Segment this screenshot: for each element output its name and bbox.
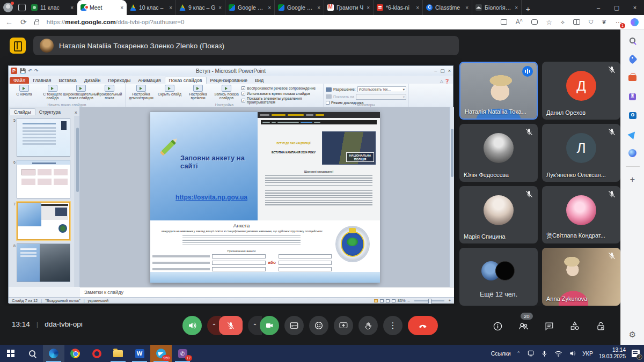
sorter-view-icon[interactable]	[380, 299, 384, 302]
ribbon-checkbox[interactable]: ✓Воспроизвести речевое сопровождение	[241, 86, 321, 90]
chat-icon[interactable]	[543, 320, 555, 332]
form-field[interactable]	[279, 254, 332, 258]
tab-close-icon[interactable]: ×	[416, 5, 419, 11]
form-field[interactable]	[279, 267, 332, 271]
sidebar-search-icon[interactable]	[627, 35, 638, 46]
mic-muted-button[interactable]	[219, 316, 243, 335]
tray-volume-icon[interactable]	[568, 350, 576, 358]
ribbon-button[interactable]: С текущего слайда	[39, 85, 66, 101]
slide-thumbnail-7[interactable]: 7	[11, 202, 75, 240]
video-popout-icon[interactable]	[531, 19, 538, 25]
participant-tile[interactable]: Наталія Nataliia Тока...	[459, 62, 538, 120]
browser-tab[interactable]: Meet×	[77, 0, 127, 15]
ribbon-checkbox[interactable]: ✓Использовать время показа слайдов	[241, 92, 321, 95]
tab-close-icon[interactable]: ×	[367, 5, 370, 11]
resolution-row[interactable]: Разрешение: Использовать тек...▾	[326, 86, 406, 92]
browser-tab[interactable]: 11 клас×	[28, 0, 77, 15]
participant-tile[interactable]: Юлія Федосєєва	[459, 124, 538, 182]
taskbar-opera-icon[interactable]	[86, 345, 107, 362]
taskbar-edge-icon[interactable]	[43, 345, 64, 362]
camera-on-button[interactable]	[260, 316, 279, 335]
ribbon-button[interactable]: Настройка времени	[185, 85, 211, 101]
reactions-button[interactable]	[309, 316, 328, 335]
tab-close-icon[interactable]: ×	[515, 5, 518, 11]
meeting-details-icon[interactable]	[492, 320, 503, 332]
taskbar-search-icon[interactable]	[21, 345, 43, 362]
participant-tile[interactable]: ЛЛук'яненко Олексан...	[542, 124, 620, 182]
browser-tab[interactable]: Грамоти Ч×	[324, 0, 374, 15]
ribbon-button[interactable]: Настройка демонстрации	[128, 85, 155, 101]
activities-icon[interactable]	[569, 320, 581, 332]
ppt-close-icon[interactable]: ×	[448, 68, 451, 73]
window-close-button[interactable]: ×	[626, 0, 644, 15]
slide-link[interactable]: https://osvita.np.gov.ua	[169, 194, 254, 201]
ribbon-tab-2[interactable]: Вставка	[55, 77, 80, 84]
back-icon[interactable]: ←	[5, 18, 13, 26]
participant-tile[interactable]: 贤Світлana Кондрат...	[542, 186, 620, 244]
zoom-in-icon[interactable]: +	[449, 298, 451, 303]
tab-close-icon[interactable]: ×	[169, 5, 172, 11]
window-maximize-button[interactable]: ▢	[608, 0, 626, 15]
split-screen-icon[interactable]	[573, 19, 580, 25]
panel-close-icon[interactable]: ×	[75, 110, 77, 115]
slide-thumbnail-5[interactable]: 5	[11, 118, 75, 157]
sidebar-tools-icon[interactable]	[627, 72, 638, 83]
zoom-out-icon[interactable]: –	[408, 298, 410, 303]
tray-clock[interactable]: 13:1419.03.2025	[599, 347, 626, 360]
browser-tab[interactable]: Біологія і е×	[472, 0, 522, 15]
browser-profile-avatar[interactable]	[3, 3, 13, 12]
new-tab-button[interactable]: +	[522, 2, 535, 15]
sidebar-settings-icon[interactable]: ⚙	[629, 330, 636, 339]
browser-tab[interactable]: *6-klas-ni×	[374, 0, 423, 15]
taskbar-viber-icon[interactable]: ✆17	[172, 345, 193, 362]
tab-close-icon[interactable]: ×	[218, 5, 222, 11]
raise-hand-button[interactable]	[358, 316, 378, 335]
browser-tab[interactable]: Google Me×	[275, 0, 324, 15]
favorites-star-icon[interactable]: ☆	[546, 18, 552, 26]
ribbon-tab-7[interactable]: Рецензирование	[207, 77, 252, 84]
ribbon-tab-6[interactable]: Показ слайдов	[165, 77, 207, 84]
ribbon-tab-3[interactable]: Дизайн	[80, 77, 104, 84]
slides-tab[interactable]: Слайды	[10, 108, 35, 115]
normal-view-icon[interactable]	[374, 299, 378, 302]
present-screen-button[interactable]	[334, 316, 353, 335]
captions-button[interactable]	[284, 316, 304, 335]
lock-icon[interactable]	[34, 21, 39, 25]
sidebar-add-icon[interactable]: +	[630, 175, 635, 184]
tab-close-icon[interactable]: ×	[268, 5, 271, 11]
slide-thumbnail-6[interactable]: 6	[11, 160, 75, 198]
ribbon-button[interactable]: Скрыть слайд	[156, 85, 183, 101]
ribbon-button[interactable]: С начала	[11, 85, 38, 101]
people-icon[interactable]: 20	[517, 320, 529, 332]
window-minimize-button[interactable]: –	[589, 0, 608, 15]
sidebar-outlook-icon[interactable]	[627, 110, 638, 121]
editor-scrollbar[interactable]	[449, 107, 454, 287]
shield-icon[interactable]: ⟡	[561, 19, 565, 26]
taskbar-explorer-icon[interactable]	[107, 345, 129, 362]
tray-expand-icon[interactable]: ⌃	[517, 351, 521, 356]
speaker-button[interactable]	[182, 316, 202, 335]
sidebar-games-icon[interactable]	[627, 91, 638, 102]
outline-tab[interactable]: Структура	[35, 109, 64, 115]
slideshow-view-icon[interactable]	[392, 299, 396, 302]
browser-tab[interactable]: Google Me×	[225, 0, 275, 15]
participant-tile[interactable]: Anna Zykunova	[542, 248, 620, 306]
start-button[interactable]	[0, 345, 21, 362]
read-aloud-icon[interactable]: Aᐱ	[516, 18, 523, 26]
leave-room-icon[interactable]	[10, 38, 26, 54]
tab-actions-icon[interactable]	[501, 19, 507, 25]
slide-thumbnail-8[interactable]: 8	[11, 243, 75, 282]
tray-mic-icon[interactable]	[540, 350, 548, 358]
taskbar-telegram-icon[interactable]: 959	[150, 345, 172, 362]
thumbnail-scrollbar[interactable]	[75, 116, 79, 287]
participant-tile[interactable]: Ещё 12 чел.	[459, 248, 538, 306]
participant-tile[interactable]: ДДанил Орехов	[542, 62, 620, 120]
tab-close-icon[interactable]: ×	[465, 5, 469, 11]
tab-close-icon[interactable]: ×	[120, 5, 123, 11]
ppt-minimize-icon[interactable]: –	[434, 68, 437, 73]
ribbon-button[interactable]: Широковещательный показ слайдов	[68, 85, 94, 101]
sidebar-drop-icon[interactable]	[627, 129, 638, 139]
address-bar[interactable]: https://meet.google.com/dda-tvbi-opi?aut…	[47, 19, 185, 25]
copilot-icon[interactable]	[631, 18, 639, 26]
browser-tab[interactable]: 9 клас – G×	[176, 0, 225, 15]
